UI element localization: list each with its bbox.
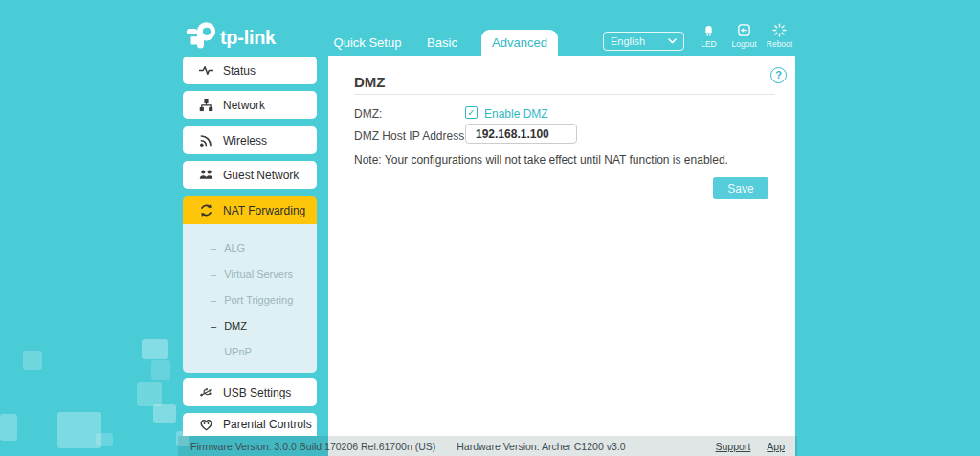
reboot-button[interactable]: Reboot bbox=[762, 23, 797, 49]
reboot-icon bbox=[772, 23, 787, 37]
wireless-icon bbox=[199, 133, 213, 148]
sidebar-item-label: Network bbox=[223, 99, 265, 112]
subitem-label: Port Triggering bbox=[224, 294, 293, 306]
support-link[interactable]: Support bbox=[716, 441, 751, 452]
led-icon bbox=[702, 23, 716, 37]
dmz-host-ip-label: DMZ Host IP Address: bbox=[354, 129, 467, 143]
enable-dmz-label[interactable]: Enable DMZ bbox=[484, 107, 548, 121]
sidebar-item-status[interactable]: Status bbox=[183, 57, 317, 84]
sidebar-item-label: USB Settings bbox=[223, 386, 291, 399]
sidebar-item-parental-controls[interactable]: Parental Controls bbox=[183, 413, 317, 436]
tab-advanced[interactable]: Advanced bbox=[481, 30, 558, 56]
sidebar-item-label: Wireless bbox=[223, 134, 267, 148]
dmz-field-label: DMZ: bbox=[354, 107, 382, 121]
usb-icon bbox=[199, 385, 213, 399]
note-text: Note: Your configurations will not take … bbox=[354, 153, 728, 167]
save-button[interactable]: Save bbox=[713, 177, 768, 199]
guest-network-icon bbox=[199, 168, 213, 182]
page-title: DMZ bbox=[354, 74, 386, 90]
bg-square bbox=[142, 339, 168, 359]
subitem-label: ALG bbox=[224, 242, 245, 254]
dash-icon: – bbox=[211, 320, 216, 331]
tab-quick-setup[interactable]: Quick Setup bbox=[323, 30, 412, 56]
logout-label: Logout bbox=[732, 39, 757, 49]
help-icon[interactable]: ? bbox=[770, 67, 787, 83]
status-icon bbox=[199, 63, 213, 78]
language-dropdown[interactable]: English bbox=[603, 32, 684, 51]
language-value: English bbox=[611, 35, 645, 47]
footer: Firmware Version: 3.0.0 Build 170206 Rel… bbox=[178, 436, 797, 456]
sidebar-item-guest-network[interactable]: Guest Network bbox=[183, 161, 317, 189]
chevron-down-icon bbox=[668, 38, 677, 44]
dash-icon: – bbox=[211, 242, 216, 254]
sidebar-subitem-upnp[interactable]: – UPnP bbox=[183, 338, 317, 364]
dash-icon: – bbox=[211, 346, 216, 357]
parental-controls-icon bbox=[199, 418, 213, 432]
dash-icon: – bbox=[211, 294, 216, 306]
sidebar-item-network[interactable]: Network bbox=[183, 91, 317, 119]
sidebar-subitem-virtual-servers[interactable]: – Virtual Servers bbox=[183, 261, 317, 286]
sidebar-subitem-dmz[interactable]: – DMZ bbox=[183, 312, 317, 338]
page: tp-link Quick Setup Basic Advanced Engli… bbox=[0, 0, 980, 456]
sidebar-item-label: Status bbox=[223, 64, 256, 78]
logout-icon bbox=[737, 23, 751, 37]
dmz-host-ip-input[interactable] bbox=[465, 124, 577, 144]
subitem-label: UPnP bbox=[224, 346, 252, 357]
title-divider bbox=[354, 94, 775, 95]
tp-link-logo-icon bbox=[187, 21, 216, 51]
nat-forwarding-icon bbox=[199, 203, 213, 217]
sidebar-item-usb-settings[interactable]: USB Settings bbox=[183, 378, 317, 406]
enable-dmz-checkbox[interactable]: ✓ bbox=[465, 106, 478, 119]
sidebar-item-wireless[interactable]: Wireless bbox=[183, 126, 317, 154]
content-panel: ? DMZ DMZ: ✓ Enable DMZ DMZ Host IP Addr… bbox=[328, 56, 795, 456]
network-icon bbox=[199, 98, 213, 112]
sidebar-item-label: Guest Network bbox=[223, 169, 299, 182]
bg-square bbox=[96, 433, 113, 446]
sidebar-subitem-port-triggering[interactable]: – Port Triggering bbox=[183, 286, 317, 312]
led-label: LED bbox=[701, 39, 717, 49]
dash-icon: – bbox=[211, 268, 216, 280]
footer-links: Support App bbox=[716, 441, 785, 452]
sidebar-item-label: Parental Controls bbox=[223, 418, 312, 431]
sidebar-item-label: NAT Forwarding bbox=[223, 204, 305, 217]
nat-forwarding-submenu: – ALG – Virtual Servers – Port Triggerin… bbox=[183, 224, 317, 373]
led-button[interactable]: LED bbox=[691, 23, 726, 49]
hardware-version: Hardware Version: Archer C1200 v3.0 bbox=[457, 441, 625, 452]
logout-button[interactable]: Logout bbox=[726, 23, 762, 49]
bg-square bbox=[137, 382, 162, 406]
bg-square bbox=[151, 360, 170, 380]
tab-basic[interactable]: Basic bbox=[413, 30, 471, 56]
bg-square bbox=[153, 404, 176, 423]
sidebar-item-nat-forwarding[interactable]: NAT Forwarding bbox=[183, 196, 317, 224]
sidebar-subitem-alg[interactable]: – ALG bbox=[183, 235, 317, 261]
reboot-label: Reboot bbox=[767, 39, 792, 49]
app-link[interactable]: App bbox=[767, 441, 785, 452]
subitem-label: DMZ bbox=[224, 320, 247, 331]
subitem-label: Virtual Servers bbox=[224, 268, 293, 280]
header-actions: LED Logout bbox=[691, 23, 797, 49]
brand-text: tp-link bbox=[220, 27, 276, 49]
firmware-version: Firmware Version: 3.0.0 Build 170206 Rel… bbox=[190, 441, 435, 452]
bg-square bbox=[23, 351, 42, 370]
bg-square bbox=[0, 414, 17, 441]
